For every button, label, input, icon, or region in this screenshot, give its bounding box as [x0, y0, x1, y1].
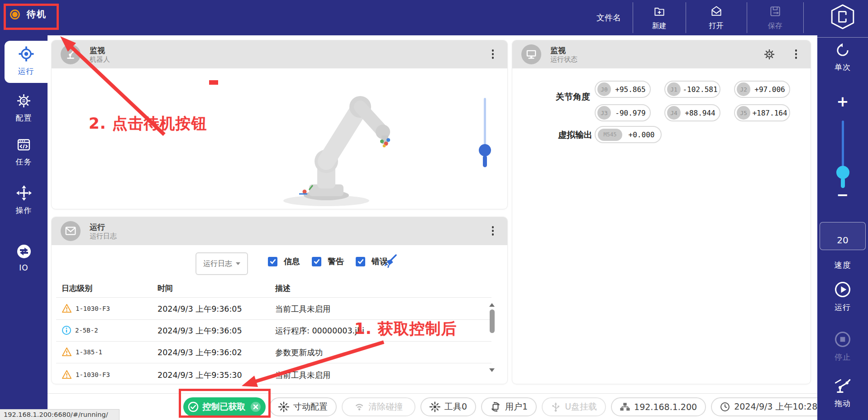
left-sidebar: 运行 配置 任务 操作 IO [0, 35, 48, 420]
status-card-header: 监视 运行状态 [512, 40, 811, 68]
joint-pill: J0+95.865 [595, 81, 651, 98]
checkbox-warning[interactable] [312, 257, 321, 266]
joint-value: +88.944 [681, 109, 720, 117]
pill-label: U盘挂载 [565, 401, 597, 413]
drag-robot-icon [835, 379, 851, 394]
view-zoom-slider-track[interactable] [484, 98, 486, 150]
url-status-tooltip: 192.168.1.200:6680/#/running/ [0, 409, 119, 420]
pill-label: 工具0 [444, 401, 467, 413]
sidebar-item-run[interactable]: 运行 [5, 41, 48, 83]
jog-config-button[interactable]: 寸动配置 [269, 397, 337, 416]
tool-button[interactable]: 工具0 [420, 397, 476, 416]
bottom-status-bar: 控制已获取 寸动配置 清除碰撞 工具0 用户1 U盘挂载 [48, 393, 817, 420]
pill-label: 用户1 [505, 401, 528, 413]
control-acquired-button[interactable]: 控制已获取 [183, 397, 266, 416]
collision-signal-icon [354, 402, 364, 411]
drag-mode-button[interactable]: 拖动 [817, 379, 868, 409]
open-file-button[interactable]: 打开 [686, 0, 747, 35]
sidebar-item-operate[interactable]: 操作 [0, 185, 48, 216]
speed-minus-button[interactable]: − [817, 188, 868, 201]
right-sidebar: 单次 + − 20 速度 运行 停止 拖动 [817, 0, 868, 420]
virtual-output-name: M545 [598, 129, 622, 141]
filename-label: 文件名 [596, 0, 621, 35]
jog-icon [278, 401, 289, 412]
joint-pill: J4+88.944 [664, 104, 720, 121]
kebab-menu-icon[interactable] [490, 48, 496, 61]
scroll-down-icon[interactable] [489, 368, 495, 372]
warning-icon [62, 370, 72, 379]
view-zoom-slider-handle[interactable] [479, 144, 491, 156]
checkbox-info[interactable] [268, 257, 277, 266]
virtual-output-label: 虚拟输出 [525, 129, 592, 141]
rotate-frame-icon [490, 401, 501, 412]
joint-name: J2 [737, 82, 750, 96]
checkbox-error[interactable] [356, 257, 365, 266]
network-icon [620, 402, 630, 412]
new-file-label: 新建 [652, 21, 667, 31]
stop-button[interactable]: 停止 [817, 331, 868, 362]
virtual-output-value: +0.000 [622, 130, 661, 139]
log-desc: 当前工具未启用 [275, 304, 331, 314]
loop-icon [835, 43, 850, 58]
standby-button[interactable]: 待机 [10, 8, 47, 20]
sidebar-item-label: 任务 [0, 157, 48, 167]
joint-pill: J1-102.581 [664, 81, 720, 98]
joint-name: J5 [737, 106, 750, 120]
log-time: 2024/9/3 上午9:35:30 [157, 370, 242, 381]
pill-label: 2024/9/3 上午10:28:25 [734, 401, 831, 413]
clear-collision-button[interactable]: 清除碰撞 [342, 397, 415, 416]
card-title: 运行 [90, 222, 117, 232]
run-button[interactable]: 运行 [817, 281, 868, 313]
top-bar: 待机 文件名 新建 打开 保存 [0, 0, 868, 35]
pill-label: 192.168.1.200 [634, 402, 697, 412]
log-level-code: 1-1030-F3 [76, 371, 110, 378]
app-root: 待机 文件名 新建 打开 保存 [0, 0, 868, 420]
log-time: 2024/9/3 上午9:36:05 [157, 325, 242, 336]
single-cycle-label: 单次 [817, 62, 868, 72]
move-arrows-icon [16, 194, 32, 203]
robot-monitor-card: 监视 机器人 [51, 40, 508, 209]
new-file-icon [653, 5, 666, 19]
save-icon [769, 5, 782, 19]
standby-label: 待机 [27, 8, 47, 20]
kebab-menu-icon[interactable] [793, 48, 799, 61]
robot-arm-icon [61, 44, 81, 64]
sidebar-item-config[interactable]: 配置 [0, 93, 48, 123]
save-label: 保存 [768, 21, 782, 31]
column-header-time: 时间 [157, 283, 173, 294]
usb-mount-button[interactable]: U盘挂载 [542, 397, 606, 416]
tool-frame-icon [429, 401, 440, 412]
user-frame-button[interactable]: 用户1 [481, 397, 537, 416]
log-row: 1-385-1 2024/9/3 上午9:36:02 参数更新成功 [52, 341, 491, 363]
release-control-icon[interactable] [250, 401, 262, 413]
scroll-up-icon[interactable] [489, 303, 495, 307]
speed-value-box[interactable]: 20 [820, 222, 866, 250]
sidebar-item-task[interactable]: 任务 [0, 137, 48, 167]
new-file-button[interactable]: 新建 [633, 0, 686, 35]
robot-3d-view[interactable] [254, 68, 408, 209]
kebab-menu-icon[interactable] [490, 224, 496, 237]
run-label: 运行 [817, 302, 868, 313]
scrollbar-thumb[interactable] [490, 309, 495, 333]
log-filter-dropdown[interactable]: 运行日志 [196, 252, 248, 275]
log-card-header: 运行 运行日志 [52, 217, 507, 245]
card-title: 监视 [90, 45, 110, 55]
joint-angle-grid: J0+95.865 J1-102.581 J2+97.006 J3-90.979… [595, 81, 790, 121]
joint-pill: J2+97.006 [734, 81, 790, 98]
sidebar-item-io[interactable]: IO [0, 244, 48, 272]
speed-plus-button[interactable]: + [817, 95, 868, 108]
monitor-icon [521, 44, 541, 64]
joint-pill: J3-90.979 [595, 104, 651, 121]
check-circle-icon [188, 401, 199, 412]
single-cycle-button[interactable]: 单次 [817, 43, 868, 72]
log-scrollbar [489, 303, 495, 372]
speed-slider-handle[interactable] [836, 166, 849, 179]
log-time: 2024/9/3 上午9:36:05 [157, 304, 242, 314]
save-button[interactable]: 保存 [747, 0, 803, 35]
topbar-divider [803, 2, 804, 33]
clear-log-broom-icon[interactable] [383, 253, 399, 270]
log-level-code: 1-1030-F3 [76, 305, 110, 312]
log-filter-value: 运行日志 [203, 259, 232, 269]
gear-icon[interactable] [763, 48, 775, 62]
joint-value: +187.164 [750, 109, 789, 117]
